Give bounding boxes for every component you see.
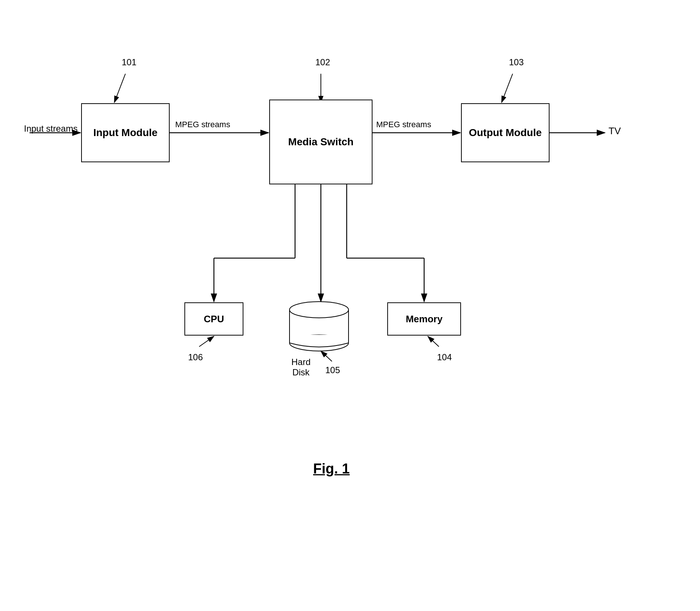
svg-rect-22	[290, 335, 348, 343]
diagram-container: Input Module Media Switch Output Module …	[0, 0, 700, 611]
ref-104: 104	[437, 352, 452, 362]
svg-line-13	[114, 74, 125, 103]
hard-disk-text: HardDisk	[291, 357, 311, 377]
svg-point-20	[290, 302, 349, 318]
ref-103: 103	[509, 57, 524, 67]
output-module-box: Output Module	[461, 103, 550, 162]
ref-102: 102	[315, 57, 330, 67]
output-module-label: Output Module	[469, 127, 542, 139]
ref-101: 101	[122, 57, 136, 67]
input-module-label: Input Module	[93, 127, 157, 139]
tv-label: TV	[609, 125, 621, 137]
cpu-box: CPU	[184, 302, 243, 336]
hard-disk-label: HardDisk	[291, 357, 311, 378]
input-module-box: Input Module	[81, 103, 170, 162]
svg-line-15	[502, 74, 513, 103]
media-switch-box: Media Switch	[269, 100, 372, 184]
mpeg-streams-2-label: MPEG streams	[376, 120, 431, 129]
input-streams-label: Input streams	[24, 124, 77, 134]
mpeg-streams-1-label: MPEG streams	[175, 120, 230, 129]
svg-line-17	[428, 336, 439, 347]
figure-caption: Fig. 1	[313, 461, 350, 477]
cpu-label: CPU	[204, 313, 224, 325]
cylinder-svg	[286, 295, 352, 354]
media-switch-label: Media Switch	[288, 136, 353, 148]
memory-box: Memory	[387, 302, 461, 336]
svg-line-16	[199, 336, 214, 347]
ref-105: 105	[325, 365, 340, 375]
ref-106: 106	[188, 352, 203, 362]
memory-label: Memory	[406, 313, 443, 325]
hard-disk-cylinder	[286, 295, 352, 354]
